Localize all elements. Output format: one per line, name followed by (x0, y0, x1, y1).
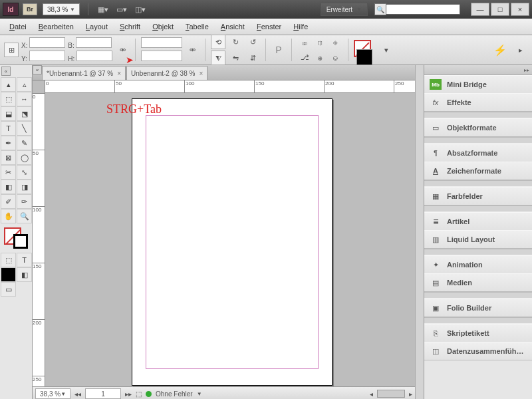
gap-tool[interactable]: ↔ (17, 92, 32, 106)
bridge-badge[interactable]: Br (23, 3, 37, 15)
formatting-text-icon[interactable]: T (17, 253, 32, 267)
menu-objekt[interactable]: Objekt (147, 21, 179, 33)
scale-x-input[interactable] (141, 37, 182, 48)
doc-tab-2[interactable]: ➤Unbenannt-2 @ 38 %× (126, 66, 207, 80)
page-next-icon[interactable]: ▸▸ (125, 390, 132, 398)
stroke-swatch[interactable] (356, 49, 372, 65)
align-to-icon[interactable]: ⎆ (328, 35, 342, 50)
panel-zeichenformate[interactable]: AZeichenformate (424, 162, 532, 180)
collapsed-panel-strip[interactable] (415, 65, 424, 399)
vertical-ruler[interactable]: 0 50 100 150 200 250 (33, 93, 45, 386)
workspace-switcher[interactable]: Erweitert▼ (321, 3, 368, 16)
arrange-docs-icon[interactable]: ◫▾ (132, 3, 148, 15)
align2-icon[interactable]: ⎇ (297, 51, 312, 65)
distribute-icon[interactable]: ⎅ (313, 35, 327, 50)
chevron-down-icon[interactable]: ▼ (197, 391, 202, 397)
align-icon[interactable]: ⎄ (297, 35, 312, 50)
selection-tool[interactable]: ▴ (1, 77, 16, 92)
apply-gradient-icon[interactable]: ◧ (17, 267, 32, 282)
rotate-ccw-icon[interactable]: ↺ (245, 35, 260, 49)
flip-v-icon[interactable]: ⇵ (245, 51, 260, 65)
select-container-icon[interactable]: P (271, 43, 286, 57)
ellipse-tool[interactable]: ◯ (17, 150, 32, 165)
h-input[interactable] (76, 51, 112, 61)
gradient-feather-tool[interactable]: ◨ (17, 180, 32, 194)
toolbox-collapse-icon[interactable]: « (1, 66, 11, 76)
y-input[interactable] (29, 51, 65, 61)
close-tab-icon[interactable]: × (199, 70, 203, 77)
status-zoom[interactable]: 38,3 % ▼ (35, 388, 70, 399)
rotate-input[interactable]: ⟲ (211, 35, 225, 49)
menu-schrift[interactable]: Schrift (114, 21, 146, 33)
hand-tool[interactable]: ✋ (1, 209, 16, 223)
scissors-tool[interactable]: ✂ (1, 165, 16, 180)
panel-farbfelder[interactable]: ▦Farbfelder (424, 187, 532, 205)
rectangle-frame-tool[interactable]: ⊠ (1, 150, 16, 165)
menu-ansicht[interactable]: Ansicht (215, 21, 250, 33)
h-scrollbar[interactable] (377, 390, 405, 398)
zoom-level-selector[interactable]: 38,3 % ▼ (43, 3, 80, 15)
rotate-cw-icon[interactable]: ↻ (228, 35, 243, 49)
w-input[interactable] (76, 37, 112, 48)
fill-stroke-swatch[interactable] (3, 226, 29, 250)
panel-mini-bridge[interactable]: MbMini Bridge (424, 75, 532, 93)
scroll-right-icon[interactable]: ▸ (409, 390, 412, 398)
status-page[interactable]: 1 (85, 388, 121, 399)
eyedropper-tool[interactable]: ✑ (17, 194, 32, 209)
minimize-button[interactable]: — (471, 3, 489, 16)
horizontal-ruler[interactable]: 0 50 100 150 200 250 (45, 80, 415, 93)
dock-collapse-icon[interactable]: « (33, 65, 42, 74)
pen-tool[interactable]: ✒ (1, 136, 16, 150)
doc-tab-1[interactable]: *Unbenannt-1 @ 37 %× (42, 66, 126, 80)
view-options-icon[interactable]: ▦▾ (95, 3, 111, 15)
panel-artikel[interactable]: ≣Artikel (424, 212, 532, 230)
content-placer-tool[interactable]: ⬔ (17, 106, 32, 121)
search-icon[interactable]: 🔍 (374, 3, 386, 15)
panel-animation[interactable]: ✦Animation (424, 255, 532, 273)
flip-h-icon[interactable]: ⇋ (228, 51, 243, 65)
shear-input[interactable]: ⧨ (211, 51, 225, 65)
quick-apply-icon[interactable]: ⚡ (493, 44, 507, 57)
preflight-status-icon[interactable] (146, 391, 152, 397)
dock-header[interactable]: ▸▸ (424, 65, 532, 75)
menu-hilfe[interactable]: Hilfe (288, 21, 313, 33)
note-tool[interactable]: ✐ (1, 194, 16, 209)
panel-absatzformate[interactable]: ¶Absatzformate (424, 144, 532, 162)
x-input[interactable] (29, 37, 65, 48)
menu-tabelle[interactable]: Tabelle (180, 21, 214, 33)
menu-layout[interactable]: Layout (80, 21, 113, 33)
page-prev-icon[interactable]: ◂◂ (74, 390, 81, 398)
control-menu-icon[interactable]: ▸ (513, 43, 528, 57)
reference-point-icon[interactable]: ⊞ (4, 43, 19, 57)
line-tool[interactable]: ╲ (17, 121, 32, 136)
menu-datei[interactable]: Datei (4, 21, 32, 33)
pencil-tool[interactable]: ✎ (17, 136, 32, 150)
close-tab-icon[interactable]: × (117, 70, 121, 77)
panel-skriptetikett[interactable]: ⎘Skriptetikett (424, 324, 532, 342)
link-scale-icon[interactable]: ⚮ (185, 43, 200, 57)
panel-objektformate[interactable]: ▭Objektformate (424, 118, 532, 136)
swatch-chevron-icon[interactable]: ▾ (379, 43, 394, 57)
canvas[interactable]: STRG+Tab (45, 93, 415, 386)
open-spread-icon[interactable]: ⬚ (136, 390, 142, 398)
search-input[interactable] (386, 4, 460, 15)
direct-selection-tool[interactable]: ▵ (17, 77, 32, 92)
panel-medien[interactable]: ▤Medien (424, 273, 532, 291)
maximize-button[interactable]: □ (491, 3, 509, 16)
page-tool[interactable]: ⬚ (1, 92, 16, 106)
panel-datenzusammen[interactable]: ◫Datenzusammenfüh… (424, 342, 532, 360)
zoom-tool[interactable]: 🔍 (17, 209, 32, 223)
distribute2-icon[interactable]: ⎈ (313, 51, 327, 65)
panel-liquid-layout[interactable]: ▥Liquid Layout (424, 230, 532, 248)
content-collector-tool[interactable]: ⬓ (1, 106, 16, 121)
free-transform-tool[interactable]: ⤡ (17, 165, 32, 180)
normal-view-icon[interactable]: ▭ (1, 282, 16, 297)
page[interactable] (132, 98, 332, 386)
align3-icon[interactable]: ⎉ (328, 51, 342, 65)
formatting-container-icon[interactable]: ⬚ (1, 253, 16, 267)
scroll-left-icon[interactable]: ◂ (370, 390, 373, 398)
gradient-swatch-tool[interactable]: ◧ (1, 180, 16, 194)
menu-fenster[interactable]: Fenster (251, 21, 287, 33)
type-tool[interactable]: T (1, 121, 16, 136)
close-button[interactable]: × (511, 3, 529, 16)
